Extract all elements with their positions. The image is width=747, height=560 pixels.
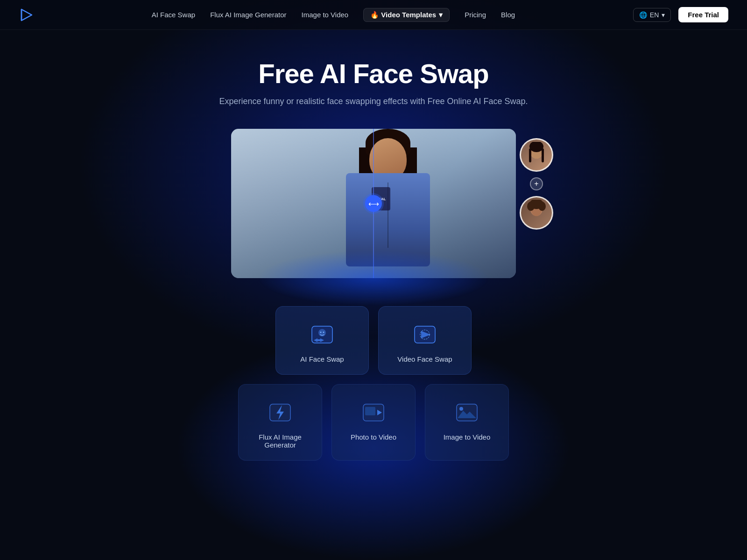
svg-point-10	[527, 202, 535, 211]
svg-rect-28	[457, 404, 477, 421]
card-image-to-video[interactable]: Image to Video	[425, 384, 509, 461]
nav-pricing[interactable]: Pricing	[465, 11, 486, 19]
chevron-down-icon: ▾	[662, 11, 665, 19]
face-swap-icon	[309, 322, 335, 348]
card-video-face-swap-label: Video Face Swap	[397, 355, 452, 363]
face-circle-1[interactable]	[520, 138, 553, 172]
nav-links: AI Face Swap Flux AI Image Generator Ima…	[152, 8, 515, 22]
cards-section: AI Face Swap Video Face Swap	[163, 306, 584, 470]
nav-image-to-video[interactable]: Image to Video	[302, 11, 349, 19]
globe-icon: 🌐	[639, 11, 647, 19]
logo[interactable]	[19, 7, 34, 22]
nav-right: 🌐 EN ▾ Free Trial	[633, 7, 728, 22]
svg-point-15	[320, 332, 322, 333]
card-image-to-video-label: Image to Video	[444, 433, 491, 441]
face-circles: +	[520, 138, 553, 230]
lang-label: EN	[650, 11, 659, 19]
language-selector[interactable]: 🌐 EN ▾	[633, 8, 671, 22]
person-figure: HEAL	[327, 129, 449, 278]
flux-icon	[267, 399, 293, 426]
nav-flux-ai-image-generator[interactable]: Flux AI Image Generator	[210, 11, 286, 19]
nav-video-templates-label: 🔥 Video Templates	[370, 11, 436, 19]
free-trial-button[interactable]: Free Trial	[678, 7, 728, 22]
hero-subtitle: Experience funny or realistic face swapp…	[219, 97, 528, 106]
image-video-icon	[454, 399, 480, 426]
svg-point-11	[538, 202, 546, 211]
card-ai-face-swap-label: AI Face Swap	[300, 355, 344, 363]
add-face-button[interactable]: +	[530, 177, 543, 190]
svg-point-16	[323, 332, 324, 333]
chevron-down-icon: ▾	[439, 11, 443, 19]
hero-image-wrapper: HEAL ⟷ +	[231, 129, 516, 278]
cards-main-row: AI Face Swap Video Face Swap	[275, 306, 472, 375]
svg-marker-0	[21, 9, 32, 21]
card-flux-ai-label: Flux AI Image Generator	[250, 433, 310, 449]
svg-rect-26	[365, 407, 375, 415]
navbar: AI Face Swap Flux AI Image Generator Ima…	[0, 0, 747, 30]
face-circle-2[interactable]	[520, 196, 553, 230]
card-photo-to-video[interactable]: Photo to Video	[331, 384, 416, 461]
swap-arrow: ⟷	[365, 195, 382, 212]
nav-blog[interactable]: Blog	[501, 11, 515, 19]
hero-image: HEAL ⟷	[231, 129, 516, 278]
photo-video-icon	[360, 399, 387, 426]
nav-video-templates[interactable]: 🔥 Video Templates ▾	[363, 8, 450, 22]
video-face-swap-icon	[412, 322, 438, 348]
card-flux-ai[interactable]: Flux AI Image Generator	[238, 384, 322, 461]
svg-rect-6	[542, 148, 544, 162]
svg-rect-5	[529, 148, 531, 162]
card-ai-face-swap[interactable]: AI Face Swap	[275, 306, 369, 375]
cards-bottom-row: Flux AI Image Generator Photo to Video	[163, 384, 584, 470]
card-photo-to-video-label: Photo to Video	[351, 433, 396, 441]
hero-title: Free AI Face Swap	[258, 58, 488, 89]
svg-point-31	[459, 407, 463, 411]
card-video-face-swap[interactable]: Video Face Swap	[378, 306, 472, 375]
nav-ai-face-swap[interactable]: AI Face Swap	[152, 11, 195, 19]
main-content: Free AI Face Swap Experience funny or re…	[0, 30, 747, 470]
